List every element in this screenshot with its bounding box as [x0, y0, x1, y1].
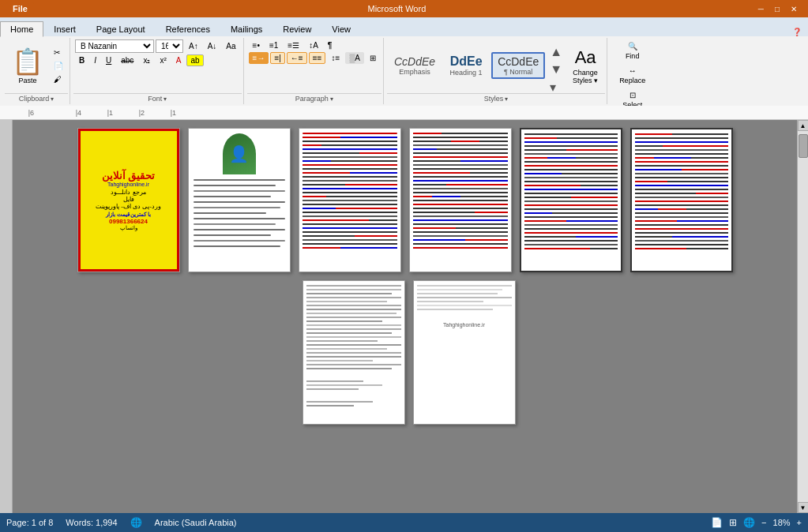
vertical-ruler — [0, 120, 13, 513]
text-line — [303, 176, 397, 178]
text-line — [524, 204, 618, 206]
tab-review[interactable]: Review — [272, 21, 321, 36]
cut-button[interactable]: ✂ — [51, 47, 66, 58]
clipboard-label: Clipboard — [19, 95, 50, 103]
close-button[interactable]: ✕ — [786, 5, 802, 13]
text-line — [306, 336, 401, 338]
view-web-icon[interactable]: 🌐 — [743, 517, 755, 528]
text-line — [635, 153, 728, 155]
numbering-button[interactable]: ≡1 — [265, 39, 282, 51]
text-line — [413, 180, 508, 182]
copy-button[interactable]: 📄 — [51, 60, 66, 72]
file-tab-title[interactable]: File — [6, 2, 34, 15]
tab-insert[interactable]: Insert — [43, 21, 86, 36]
text-line — [306, 388, 359, 390]
app-title: Microsoft Word — [40, 4, 754, 13]
clipboard-expand-icon[interactable]: ▾ — [51, 96, 54, 103]
superscript-button[interactable]: x² — [156, 54, 170, 66]
align-left-button[interactable]: ←≡ — [287, 52, 307, 64]
bold-button[interactable]: B — [75, 54, 88, 66]
bullets-button[interactable]: ≡• — [249, 39, 264, 51]
styles-scroll-up-icon[interactable]: ▲ — [548, 43, 564, 61]
help-icon[interactable]: ❓ — [792, 28, 802, 36]
text-spacer — [306, 373, 401, 377]
text-line — [306, 293, 392, 294]
shading-button[interactable]: ░A — [345, 52, 364, 64]
text-line — [635, 177, 728, 178]
tab-view[interactable]: View — [321, 21, 361, 36]
line-spacing-button[interactable]: ↕≡ — [327, 52, 344, 64]
paste-button[interactable]: 📋 Paste — [6, 44, 49, 87]
tab-mailings[interactable]: Mailings — [220, 21, 272, 36]
align-right-button[interactable]: ≡→ — [249, 52, 269, 64]
tab-references[interactable]: References — [156, 21, 220, 36]
sort-button[interactable]: ↕A — [305, 39, 322, 51]
text-line — [303, 156, 397, 158]
italic-button[interactable]: I — [90, 54, 100, 66]
text-line — [413, 192, 508, 193]
view-full-icon[interactable]: ⊞ — [729, 517, 737, 528]
text-line — [635, 200, 728, 202]
styles-scroll-down-icon[interactable]: ▼ — [548, 61, 564, 78]
text-line — [524, 224, 618, 226]
text-line — [635, 137, 728, 139]
scroll-thumb[interactable] — [799, 134, 808, 158]
border-button[interactable]: ⊞ — [366, 52, 380, 64]
text-line — [306, 348, 387, 350]
clear-format-button[interactable]: Aa — [222, 40, 239, 52]
document-scroll-area[interactable]: تحقیق آنلاین Tahghighonline.ir مرجع دانل… — [13, 120, 797, 513]
scroll-up-button[interactable]: ▲ — [798, 120, 809, 131]
style-heading1[interactable]: DdEe Heading 1 — [442, 52, 490, 79]
vertical-scrollbar[interactable]: ▲ ▼ — [797, 120, 808, 513]
text-line — [635, 157, 728, 159]
text-line — [635, 161, 728, 163]
tab-home[interactable]: Home — [0, 21, 43, 37]
text-line — [524, 197, 618, 198]
text-line — [524, 244, 618, 245]
zoom-out-button[interactable]: − — [761, 518, 766, 527]
styles-expand-label-icon[interactable]: ▾ — [505, 96, 508, 103]
font-expand-icon[interactable]: ▾ — [163, 96, 167, 103]
text-line — [413, 172, 508, 174]
paragraph-expand-icon[interactable]: ▾ — [330, 96, 333, 103]
text-line — [524, 240, 618, 242]
text-line — [413, 160, 508, 162]
text-line — [524, 137, 618, 139]
minimize-button[interactable]: ─ — [754, 5, 769, 13]
style-emphasis[interactable]: CcDdEe Emphasis — [389, 53, 441, 78]
text-line — [635, 220, 728, 222]
page5-text — [524, 133, 618, 268]
grow-font-button[interactable]: A↑ — [185, 40, 202, 52]
font-color-button[interactable]: A — [172, 54, 186, 66]
text-line — [635, 212, 728, 214]
font-style-row: B I U abc x₂ x² A ab — [75, 54, 204, 66]
underline-button[interactable]: U — [102, 54, 115, 66]
zoom-in-button[interactable]: + — [797, 518, 802, 527]
view-print-icon[interactable]: 📄 — [711, 517, 723, 528]
maximize-button[interactable]: □ — [770, 5, 784, 13]
multilevel-button[interactable]: ≡☰ — [284, 39, 303, 51]
style-normal[interactable]: CcDdEe ¶ Normal — [491, 52, 545, 79]
highlight-button[interactable]: ab — [186, 54, 203, 66]
text-line — [303, 219, 397, 221]
page-3 — [299, 128, 401, 272]
align-center-button[interactable]: ≡| — [270, 52, 284, 64]
show-hide-button[interactable]: ¶ — [324, 39, 336, 51]
font-size-select[interactable]: 16 — [156, 39, 183, 53]
strikethrough-button[interactable]: abc — [117, 54, 137, 66]
justify-button[interactable]: ≡≡ — [309, 52, 326, 64]
format-painter-button[interactable]: 🖌 — [51, 73, 66, 85]
replace-button[interactable]: ↔ Replace — [612, 64, 652, 87]
shrink-font-button[interactable]: A↓ — [204, 40, 221, 52]
scroll-down-button[interactable]: ▼ — [798, 502, 809, 513]
tab-page-layout[interactable]: Page Layout — [86, 21, 156, 36]
text-line — [524, 185, 618, 186]
text-line — [635, 173, 728, 174]
font-name-select[interactable]: B Nazanin — [75, 39, 154, 53]
replace-icon: ↔ — [629, 66, 637, 75]
language-icon: 🌐 — [130, 517, 142, 528]
change-styles-button[interactable]: Aa Change Styles ▾ — [567, 45, 603, 87]
find-button[interactable]: 🔍 Find — [618, 39, 647, 62]
text-line — [524, 200, 618, 202]
subscript-button[interactable]: x₂ — [139, 54, 154, 66]
